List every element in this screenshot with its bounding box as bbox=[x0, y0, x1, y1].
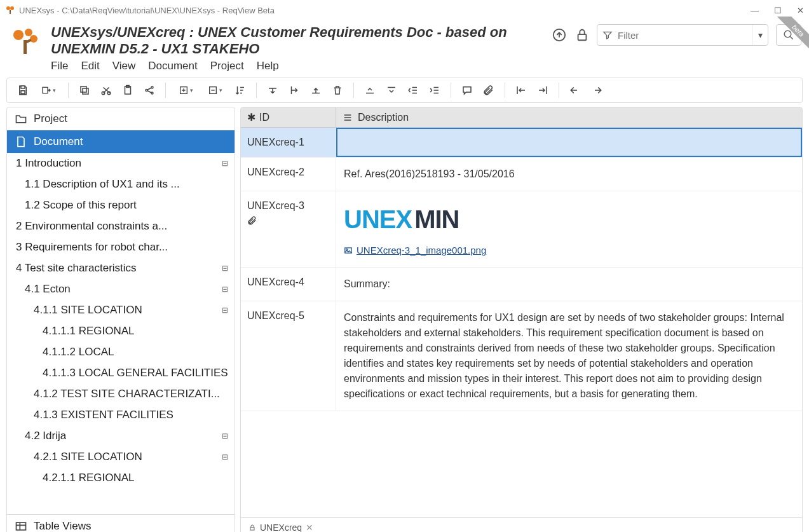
indent-button[interactable] bbox=[425, 81, 444, 99]
tree-item[interactable]: 2 Environmental constraints a... bbox=[7, 216, 235, 237]
cell-description[interactable] bbox=[336, 128, 802, 157]
filter-dropdown[interactable]: ▾ bbox=[752, 25, 768, 45]
upload-icon[interactable] bbox=[552, 28, 566, 42]
export-button[interactable] bbox=[35, 81, 62, 99]
move-up-button[interactable] bbox=[306, 81, 325, 99]
collapse-icon[interactable]: ⊟ bbox=[222, 306, 228, 315]
table-row[interactable]: UNEXcreq-3UNEXMINUNEXcreq-3_1_image001.p… bbox=[241, 191, 802, 268]
document-label: Document bbox=[34, 135, 83, 148]
sidebar-table-views[interactable]: Table Views bbox=[7, 514, 235, 532]
doc-tab-unexcreq[interactable]: UNEXcreq ✕ bbox=[241, 520, 321, 533]
tree-item[interactable]: 4.2.1 SITE LOCATION⊟ bbox=[7, 447, 235, 468]
save-button[interactable] bbox=[13, 81, 32, 99]
tree-item[interactable]: 4.1.3 EXISTENT FACILITIES bbox=[7, 405, 235, 426]
collapse-icon[interactable]: ⊟ bbox=[222, 159, 228, 168]
comment-button[interactable] bbox=[458, 81, 477, 99]
column-desc-header[interactable]: Description bbox=[336, 107, 802, 127]
svg-point-0 bbox=[6, 6, 10, 10]
tree-item[interactable]: 3 Requirements for robot char... bbox=[7, 237, 235, 258]
nav-fwd-button[interactable] bbox=[533, 81, 552, 99]
share-button[interactable] bbox=[140, 81, 159, 99]
undo-button[interactable] bbox=[566, 81, 585, 99]
attachment-button[interactable] bbox=[479, 81, 498, 99]
main-panel: ✱ ID Description UNEXcreq-1UNEXcreq-2Ref… bbox=[240, 107, 803, 532]
maximize-button[interactable]: ☐ bbox=[774, 6, 782, 15]
close-tab-icon[interactable]: ✕ bbox=[306, 522, 313, 533]
cell-description[interactable]: Summary: bbox=[336, 268, 802, 301]
tree-item[interactable]: 4.1.1 SITE LOCATION⊟ bbox=[7, 300, 235, 321]
svg-point-4 bbox=[25, 29, 32, 36]
sidebar: Project Document 1 Introduction⊟1.1 Desc… bbox=[6, 107, 235, 532]
nav-back-button[interactable] bbox=[512, 81, 531, 99]
add-button[interactable] bbox=[172, 81, 199, 99]
menu-file[interactable]: File bbox=[51, 60, 68, 72]
tree-item-label: 1.1 Description of UX1 and its ... bbox=[25, 178, 180, 191]
svg-point-3 bbox=[13, 30, 24, 40]
cell-description[interactable]: Ref. Ares(2016)2518193 - 31/05/2016 bbox=[336, 158, 802, 191]
window-title: UNEXsys - C:\Data\ReqView\tutorial\UNEX\… bbox=[19, 6, 751, 15]
svg-point-5 bbox=[30, 35, 37, 43]
sort-button[interactable] bbox=[231, 81, 250, 99]
tree-item-label: 4.2 Idrija bbox=[25, 430, 66, 442]
asterisk-icon: ✱ bbox=[247, 111, 255, 123]
table-row[interactable]: UNEXcreq-2Ref. Ares(2016)2518193 - 31/05… bbox=[241, 158, 802, 191]
filter-input[interactable] bbox=[618, 30, 752, 41]
tree-item[interactable]: 4.1 Ecton⊟ bbox=[7, 279, 235, 300]
copy-button[interactable] bbox=[75, 81, 94, 99]
tree-item[interactable]: 4.2 Idrija⊟ bbox=[7, 426, 235, 447]
tree-item[interactable]: 1.1 Description of UX1 and its ... bbox=[7, 174, 235, 195]
redo-button[interactable] bbox=[587, 81, 606, 99]
sidebar-document-header[interactable]: Document bbox=[7, 130, 235, 153]
tree-item[interactable]: 4.1.1.1 REGIONAL bbox=[7, 321, 235, 342]
tree-item[interactable]: 1 Introduction⊟ bbox=[7, 153, 235, 174]
cell-description[interactable]: Constraints and requirements for UX1 des… bbox=[336, 301, 802, 411]
tree-item[interactable]: 4.2.1.1 REGIONAL bbox=[7, 468, 235, 489]
table-row[interactable]: UNEXcreq-4Summary: bbox=[241, 268, 802, 301]
minimize-button[interactable]: — bbox=[751, 6, 759, 15]
svg-rect-14 bbox=[83, 88, 88, 94]
lock-icon[interactable] bbox=[575, 28, 589, 42]
tree-item-label: 2 Environmental constraints a... bbox=[16, 220, 167, 233]
menu-view[interactable]: View bbox=[112, 60, 136, 72]
menu-project[interactable]: Project bbox=[210, 60, 244, 72]
filter-box[interactable]: ▾ bbox=[597, 24, 768, 46]
delete-button[interactable] bbox=[328, 81, 347, 99]
menu-help[interactable]: Help bbox=[257, 60, 279, 72]
table-row[interactable]: UNEXcreq-5Constraints and requirements f… bbox=[241, 301, 802, 411]
collapse-icon[interactable]: ⊟ bbox=[222, 453, 228, 461]
collapse-icon[interactable]: ⊟ bbox=[222, 264, 228, 273]
col-desc-label: Description bbox=[358, 112, 409, 123]
collapse-icon[interactable]: ⊟ bbox=[222, 432, 228, 440]
document-tree[interactable]: 1 Introduction⊟1.1 Description of UX1 an… bbox=[7, 153, 235, 514]
paste-button[interactable] bbox=[118, 81, 137, 99]
sidebar-project-header[interactable]: Project bbox=[7, 107, 235, 130]
menu-document[interactable]: Document bbox=[148, 60, 197, 72]
move-right-button[interactable] bbox=[285, 81, 304, 99]
svg-rect-11 bbox=[21, 86, 25, 88]
tree-item[interactable]: 4.1.1.3 LOCAL GENERAL FACILITIES bbox=[7, 363, 235, 384]
cut-button[interactable] bbox=[97, 81, 116, 99]
cell-id: UNEXcreq-1 bbox=[241, 128, 336, 157]
promote-button[interactable] bbox=[360, 81, 379, 99]
menu-edit[interactable]: Edit bbox=[81, 60, 99, 72]
tree-item[interactable]: 1.2 Scope of this report bbox=[7, 195, 235, 216]
move-down-button[interactable] bbox=[263, 81, 282, 99]
attachment-link[interactable]: UNEXcreq-3_1_image001.png bbox=[344, 243, 794, 258]
svg-point-20 bbox=[146, 90, 147, 92]
tree-item[interactable]: 4.1.2 TEST SITE CHARACTERIZATI... bbox=[7, 384, 235, 405]
tree-item[interactable]: 4 Test site characteristics⊟ bbox=[7, 258, 235, 279]
table-rows[interactable]: UNEXcreq-1UNEXcreq-2Ref. Ares(2016)25181… bbox=[241, 128, 802, 517]
demote-button[interactable] bbox=[382, 81, 401, 99]
column-id-header[interactable]: ✱ ID bbox=[241, 107, 336, 127]
remove-button[interactable] bbox=[201, 81, 228, 99]
tree-item-label: 4.1.1.3 LOCAL GENERAL FACILITIES bbox=[43, 367, 228, 379]
close-button[interactable]: ✕ bbox=[797, 6, 804, 15]
svg-rect-7 bbox=[24, 39, 32, 44]
header: UNEXsys/UNEXcreq : UNEX Customer Require… bbox=[0, 20, 809, 75]
outdent-button[interactable] bbox=[404, 81, 423, 99]
cell-description[interactable]: UNEXMINUNEXcreq-3_1_image001.png bbox=[336, 191, 802, 267]
collapse-icon[interactable]: ⊟ bbox=[222, 285, 228, 294]
tree-item[interactable]: 4.1.1.2 LOCAL bbox=[7, 342, 235, 363]
table-row[interactable]: UNEXcreq-1 bbox=[241, 128, 802, 158]
search-button[interactable] bbox=[776, 24, 801, 46]
